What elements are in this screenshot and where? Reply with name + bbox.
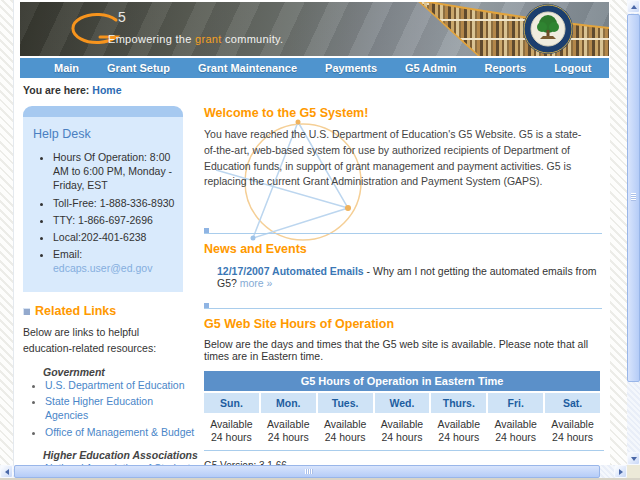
availability-fri: Available 24 hours: [488, 415, 543, 447]
section-divider: [204, 228, 604, 234]
link-state-higher-ed[interactable]: State Higher Education Agencies: [45, 395, 153, 421]
browser-content-area: 5 Empowering the grant community. Main G…: [13, 0, 610, 465]
help-desk-local: Local:202-401-6238: [53, 230, 179, 244]
hours-intro: Below are the days and times that the G5…: [204, 338, 604, 362]
help-desk-title: Help Desk: [33, 127, 179, 141]
news-date-link[interactable]: 12/17/2007 Automated Emails: [217, 265, 364, 277]
email-label: Email:: [53, 248, 82, 260]
related-links-section: Related Links Below are links to helpful…: [23, 304, 198, 465]
nav-item-grant-setup[interactable]: Grant Setup: [93, 62, 184, 74]
nav-item-g5-admin[interactable]: G5 Admin: [391, 62, 471, 74]
day-header-fri: Fri.: [488, 393, 543, 413]
scroll-down-button[interactable]: [627, 452, 640, 465]
scroll-up-button[interactable]: [627, 0, 640, 13]
news-item: 12/17/2007 Automated Emails - Why am I n…: [217, 265, 604, 289]
nav-item-logout[interactable]: Logout: [540, 62, 605, 74]
hours-table: G5 Hours of Operation in Eastern Time Su…: [202, 369, 602, 449]
day-header-thurs: Thurs.: [431, 393, 486, 413]
availability-wed: Available 24 hours: [375, 415, 430, 447]
related-links-title: Related Links: [35, 304, 116, 318]
day-header-wed: Wed.: [375, 393, 430, 413]
table-underline: [204, 450, 604, 451]
scroll-right-icon: [619, 469, 623, 475]
main-content: Welcome to the G5 System! You have reach…: [198, 98, 610, 465]
help-desk-email: Email:edcaps.user@ed.gov: [53, 247, 179, 275]
tagline-prefix: Empowering the: [108, 33, 195, 45]
department-of-education-seal-icon: [523, 4, 573, 54]
hours-title: G5 Web Site Hours of Operation: [204, 317, 604, 331]
g5-logo: 5: [60, 6, 134, 52]
link-group-higher-ed-assoc: Higher Education Associations: [43, 449, 198, 461]
availability-sat: Available 24 hours: [545, 415, 600, 447]
help-desk-panel: Help Desk Hours Of Operation: 8:00 AM to…: [23, 106, 183, 292]
welcome-body: You have reached the U.S. Department of …: [204, 127, 582, 190]
main-navigation-bar: Main Grant Setup Grant Maintenance Payme…: [20, 58, 609, 78]
scroll-down-icon: [631, 457, 637, 461]
related-links-bullet-icon: [23, 308, 30, 315]
scroll-left-button[interactable]: [0, 465, 13, 478]
logo-five: 5: [118, 9, 126, 25]
horizontal-scrollbar-thumb[interactable]: [14, 465, 600, 478]
nav-item-reports[interactable]: Reports: [471, 62, 541, 74]
list-item: U.S. Department of Education: [45, 379, 198, 393]
tagline-suffix: community.: [222, 33, 284, 45]
link-group-government: Government: [43, 366, 198, 378]
scroll-up-icon: [631, 5, 637, 9]
vertical-scrollbar[interactable]: [627, 0, 640, 465]
day-header-sat: Sat.: [545, 393, 600, 413]
list-item: State Higher Education Agencies: [45, 395, 198, 422]
help-desk-hours: Hours Of Operation: 8:00 AM to 6:00 PM, …: [53, 150, 179, 193]
section-divider: [204, 303, 604, 309]
breadcrumb-home-link[interactable]: Home: [92, 84, 121, 96]
availability-tues: Available 24 hours: [318, 415, 373, 447]
vertical-scrollbar-thumb[interactable]: [627, 14, 640, 382]
news-more-link[interactable]: more »: [240, 277, 273, 289]
scroll-left-icon: [5, 469, 9, 475]
breadcrumb-label: You are here:: [23, 84, 89, 96]
scrollbar-corner: [627, 465, 640, 478]
nav-item-payments[interactable]: Payments: [311, 62, 391, 74]
sidebar: Help Desk Hours Of Operation: 8:00 AM to…: [14, 98, 198, 465]
help-desk-tty: TTY: 1-866-697-2696: [53, 213, 179, 227]
link-us-dept-education[interactable]: U.S. Department of Education: [45, 379, 185, 391]
help-desk-panel-tab: [23, 106, 183, 117]
day-header-sun: Sun.: [204, 393, 259, 413]
breadcrumb: You are here:Home: [23, 84, 610, 96]
day-header-mon: Mon.: [261, 393, 316, 413]
link-omb[interactable]: Office of Management & Budget: [45, 426, 194, 438]
email-link[interactable]: edcaps.user@ed.gov: [53, 262, 152, 274]
horizontal-scrollbar[interactable]: [0, 465, 627, 478]
nav-item-grant-maintenance[interactable]: Grant Maintenance: [184, 62, 311, 74]
availability-sun: Available 24 hours: [204, 415, 259, 447]
site-tagline: Empowering the grant community.: [108, 33, 283, 45]
hours-table-caption: G5 Hours of Operation in Eastern Time: [204, 371, 600, 391]
nav-item-main[interactable]: Main: [40, 62, 93, 74]
related-links-intro: Below are links to helpful education-rel…: [23, 325, 189, 355]
list-item: Office of Management & Budget: [45, 426, 198, 440]
banner-library-swoosh-image: [339, 2, 609, 56]
day-header-tues: Tues.: [318, 393, 373, 413]
help-desk-tollfree: Toll-Free: 1-888-336-8930: [53, 196, 179, 210]
tagline-highlight: grant: [195, 33, 222, 45]
scroll-right-button[interactable]: [614, 465, 627, 478]
availability-thurs: Available 24 hours: [431, 415, 486, 447]
availability-mon: Available 24 hours: [261, 415, 316, 447]
site-banner: 5 Empowering the grant community.: [20, 2, 609, 56]
